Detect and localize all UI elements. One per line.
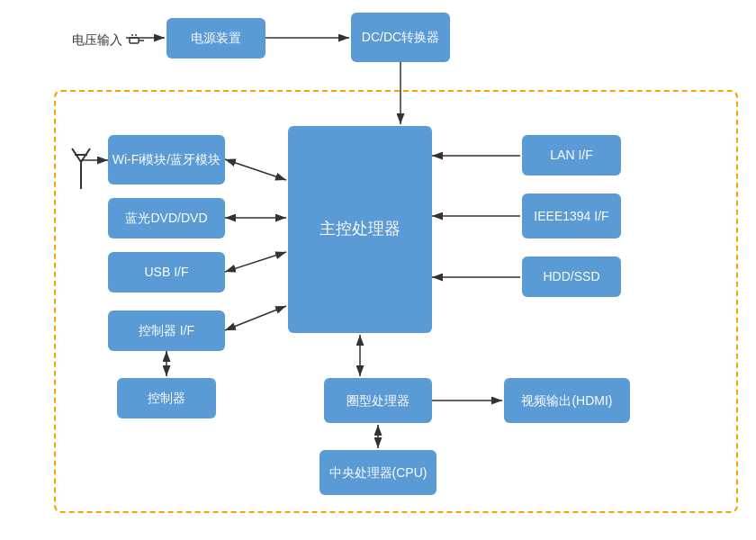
wifi-module-block: Wi-Fi模块/蓝牙模块 xyxy=(108,135,225,184)
cpu-block: 中央处理器(CPU) xyxy=(320,450,436,495)
voltage-input-label: 电压输入 xyxy=(72,32,146,50)
usb-if-block: USB I/F xyxy=(108,252,225,292)
svg-rect-4 xyxy=(130,38,139,43)
diagram-container: 电压输入 电源装置 DC/DC转换器 Wi-Fi模块/蓝牙模块 蓝光DVD/DV… xyxy=(0,0,756,540)
ieee1394-if-block: IEEE1394 I/F xyxy=(522,194,621,238)
lan-if-block: LAN I/F xyxy=(522,135,621,176)
controller-if-block: 控制器 I/F xyxy=(108,310,225,351)
plug-icon xyxy=(128,32,146,50)
dc-converter-block: DC/DC转换器 xyxy=(351,13,450,62)
bluray-dvd-block: 蓝光DVD/DVD xyxy=(108,198,225,238)
graphics-processor-block: 圈型处理器 xyxy=(324,378,432,423)
controller-block: 控制器 xyxy=(117,378,216,418)
power-device-block: 电源装置 xyxy=(166,18,266,58)
main-processor-block: 主控处理器 xyxy=(288,126,432,333)
video-output-block: 视频输出(HDMI) xyxy=(504,378,630,423)
hdd-ssd-block: HDD/SSD xyxy=(522,256,621,297)
antenna-icon xyxy=(68,144,94,189)
